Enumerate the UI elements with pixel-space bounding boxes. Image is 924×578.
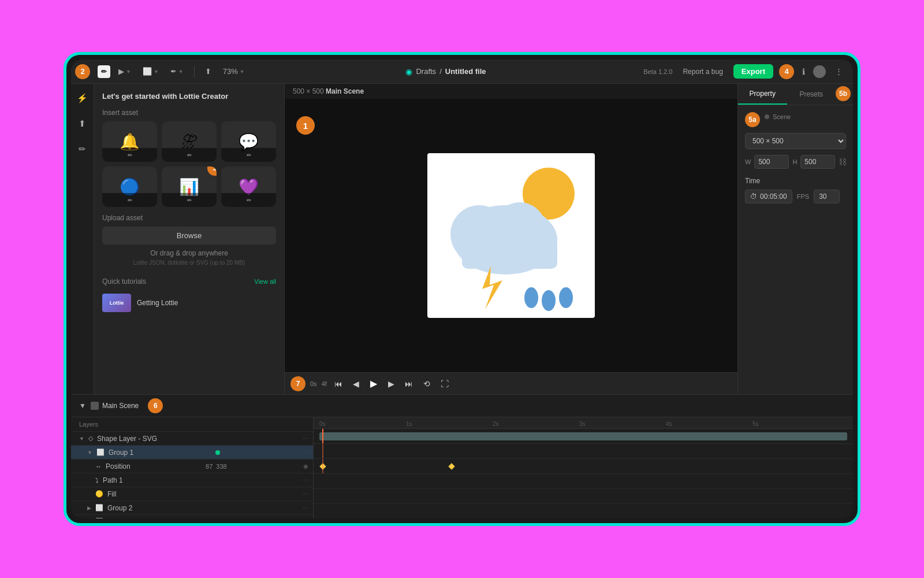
user-avatar[interactable]	[813, 65, 826, 78]
location-drafts[interactable]: Drafts	[416, 67, 436, 76]
toolbar: 2 ✏ ▶ ▼ ⬜ ▼ ✒ ▼ ⬆ 73% ▼	[71, 60, 853, 84]
keyframe-btn-group1[interactable]: ⋯	[301, 448, 310, 457]
more-options-button[interactable]: ⋮	[832, 65, 846, 78]
edit-icon-heart: ✏	[247, 197, 251, 203]
chat-overlay: ✏	[221, 148, 276, 162]
keyframe-btn-fill[interactable]: ⋯	[301, 490, 310, 498]
track-bar-main	[319, 432, 847, 440]
asset-grid: 🔔 ✏ ⛈ ✏ 💬	[94, 121, 284, 214]
export-button[interactable]: Export	[733, 64, 773, 79]
loop-btn[interactable]: ⟲	[420, 378, 433, 390]
toolbar-pen-tool[interactable]: ✒ ▼	[167, 65, 187, 78]
toolbar-right: Beta 1.2.0 Report a bug Export 4 ℹ ⋮	[643, 64, 846, 79]
asset-toggle[interactable]: 🔵 ✏	[102, 166, 157, 207]
main-content: ⚡ ⬆ ✏ Let's get started with Lottie Crea…	[71, 84, 853, 394]
step-forward-btn[interactable]: ▶	[385, 378, 397, 390]
layer-position[interactable]: ↔ Position 87 338 ◉	[71, 460, 313, 473]
timeline-collapse-btn[interactable]: ▼	[79, 402, 86, 410]
link-proportions-icon[interactable]: ⛓	[839, 157, 847, 166]
fps-input[interactable]	[814, 190, 840, 203]
playhead[interactable]	[322, 429, 323, 443]
width-input[interactable]	[754, 155, 789, 169]
layer-group3[interactable]: ▶ ⬜ Group 3 ⋯	[71, 515, 313, 518]
file-types-text: Lottie JSON, dotlottie or SVG (up to 20 …	[102, 260, 276, 266]
scene-icon	[91, 402, 99, 410]
info-button[interactable]: ℹ	[800, 65, 807, 79]
size-preset-select[interactable]: 500 × 500	[745, 133, 846, 149]
zoom-label: 73%	[223, 67, 238, 76]
position-icon: ↔	[95, 463, 102, 470]
toolbar-frame-tool[interactable]: ⬜ ▼	[139, 65, 162, 78]
edit-icon-chat: ✏	[247, 152, 251, 158]
asset-weather[interactable]: ⛈ ✏	[162, 121, 217, 162]
annotation-7: 7	[290, 376, 305, 391]
toolbar-zoom[interactable]: 73% ▼	[219, 65, 248, 78]
sidebar-upload-btn[interactable]: ⬆	[75, 115, 90, 132]
svg-point-8	[559, 287, 573, 308]
canvas-frame	[427, 153, 595, 318]
report-bug-button[interactable]: Report a bug	[678, 65, 727, 78]
view-all-button[interactable]: View all	[254, 278, 276, 285]
keyframe-btn-group2[interactable]: ⋯	[301, 503, 310, 512]
layer-name-position: Position	[106, 462, 131, 470]
asset-chart[interactable]: 📊 3 ✏	[162, 166, 217, 207]
toolbar-share-btn[interactable]: ⬆	[202, 65, 215, 78]
fullscreen-btn[interactable]: ⛶	[438, 378, 452, 390]
layer-name-fill: Fill	[107, 490, 116, 498]
browse-button[interactable]: Browse	[102, 227, 276, 244]
layer-name-shape: Shape Layer - SVG	[97, 435, 157, 443]
tutorial-item[interactable]: Lottie Getting Lottie	[94, 290, 284, 316]
asset-heart[interactable]: 💜 ✏	[221, 166, 276, 207]
skip-start-btn[interactable]: ⏮	[331, 378, 345, 390]
fps-label: FPS	[797, 193, 809, 200]
property-tab[interactable]: Property	[738, 84, 787, 105]
layer-fill[interactable]: 🟡 Fill ⋯	[71, 487, 313, 501]
scene-label: Scene	[765, 113, 791, 120]
layer-name-group1: Group 1	[109, 449, 133, 457]
canvas-viewport[interactable]: 1	[285, 99, 737, 372]
skip-end-btn[interactable]: ⏭	[402, 378, 416, 390]
asset-chat[interactable]: 💬 ✏	[221, 121, 276, 162]
layer-group2[interactable]: ▶ ⬜ Group 2 ⋯	[71, 501, 313, 515]
layer-shape-svg[interactable]: ▼ ◇ Shape Layer - SVG ⋯	[71, 432, 313, 446]
timeline-tracks[interactable]: 0s 1s 2s 3s 4s 5s	[314, 417, 853, 518]
layer-group1[interactable]: ▼ ⬜ Group 1 ⋯	[71, 446, 313, 460]
toolbar-select-tool[interactable]: ▶ ▼	[115, 65, 135, 78]
playhead-2	[322, 444, 323, 458]
lottie-icon: ◉	[405, 67, 412, 76]
insert-section-label: Insert asset	[94, 105, 284, 121]
keyframe-btn-shape[interactable]: ⋯	[301, 434, 310, 443]
presets-tab[interactable]: Presets	[787, 84, 836, 105]
group-icon-3: ⬜	[95, 518, 103, 518]
keyframe-btn-path1[interactable]: ⋯	[301, 476, 310, 484]
track-main	[314, 429, 853, 444]
sidebar-edit-btn[interactable]: ✏	[75, 140, 90, 158]
filename[interactable]: Untitled file	[445, 67, 486, 76]
drag-drop-text: Or drag & drop anywhere	[102, 249, 276, 257]
time-row: ⏱ 00:05:00 FPS	[745, 190, 846, 203]
keyframe-btn-group3[interactable]: ⋯	[301, 517, 310, 518]
time-end-display: 4f	[322, 380, 327, 387]
path-icon: ⤵	[95, 477, 99, 484]
app-window: 2 ✏ ▶ ▼ ⬜ ▼ ✒ ▼ ⬆ 73% ▼	[71, 60, 853, 518]
keyframe-btn-position[interactable]: ◉	[302, 462, 310, 470]
step-back-btn[interactable]: ◀	[350, 378, 362, 390]
edit-icon-bell: ✏	[128, 152, 132, 158]
tutorials-label: Quick tutorials	[102, 277, 146, 286]
chevron-group2-icon: ▶	[87, 505, 91, 511]
timeline-area: ▼ Main Scene 6 Layers ▼ ◇ Shape Layer - …	[71, 394, 853, 518]
asset-bell[interactable]: 🔔 ✏	[102, 121, 157, 162]
tutorials-header: Quick tutorials View all	[94, 274, 284, 290]
lightning-icon: ⚡	[77, 93, 88, 103]
layer-path1[interactable]: ⤵ Path 1 ⋯	[71, 473, 313, 487]
weather-illustration	[427, 153, 595, 318]
annotation-5b: 5b	[836, 86, 851, 101]
chevron-icon-3: ▼	[178, 69, 184, 75]
sidebar-lightning-btn[interactable]: ⚡	[73, 90, 91, 107]
layers-panel: Layers ▼ ◇ Shape Layer - SVG ⋯ ▼ ⬜ Group…	[71, 417, 314, 518]
play-button[interactable]: ▶	[367, 377, 381, 390]
height-input[interactable]	[800, 155, 835, 169]
keyframe-mid[interactable]	[448, 463, 454, 469]
beta-badge: Beta 1.2.0	[643, 68, 672, 75]
svg-point-6	[524, 287, 538, 308]
